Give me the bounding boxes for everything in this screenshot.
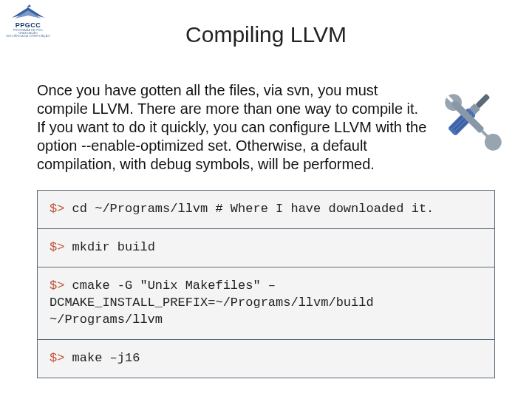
code-cmd: make –j16: [72, 351, 140, 365]
code-cmd: mkdir build: [72, 240, 155, 254]
code-row: $> cmake -G "Unix Makefiles" –DCMAKE_INS…: [38, 267, 494, 340]
svg-rect-0: [475, 94, 490, 109]
code-cmd: cmake -G "Unix Makefiles" –DCMAKE_INSTAL…: [50, 279, 374, 327]
logo: PPGCC PROGRAMA DE PÓS-GRADUAÇÃO EM CIÊNC…: [6, 4, 50, 38]
prompt: $>: [50, 240, 72, 254]
prompt: $>: [50, 351, 72, 365]
content-area: Once you have gotten all the files, via …: [37, 81, 495, 378]
bird-icon: [10, 4, 46, 21]
logo-sub2: EM CIÊNCIA DA COMPUTAÇÃO: [6, 35, 50, 38]
code-row: $> make –j16: [38, 340, 494, 378]
page-title: Compiling LLVM: [0, 22, 532, 47]
intro-text: Once you have gotten all the files, via …: [37, 81, 429, 174]
prompt: $>: [50, 202, 72, 216]
code-block: $> cd ~/Programs/llvm # Where I have dow…: [37, 190, 495, 378]
code-cmd: cd ~/Programs/llvm # Where I have downlo…: [72, 202, 434, 216]
prompt: $>: [50, 279, 72, 293]
code-row: $> mkdir build: [38, 229, 494, 267]
tools-icon: [432, 81, 502, 151]
code-row: $> cd ~/Programs/llvm # Where I have dow…: [38, 191, 494, 229]
